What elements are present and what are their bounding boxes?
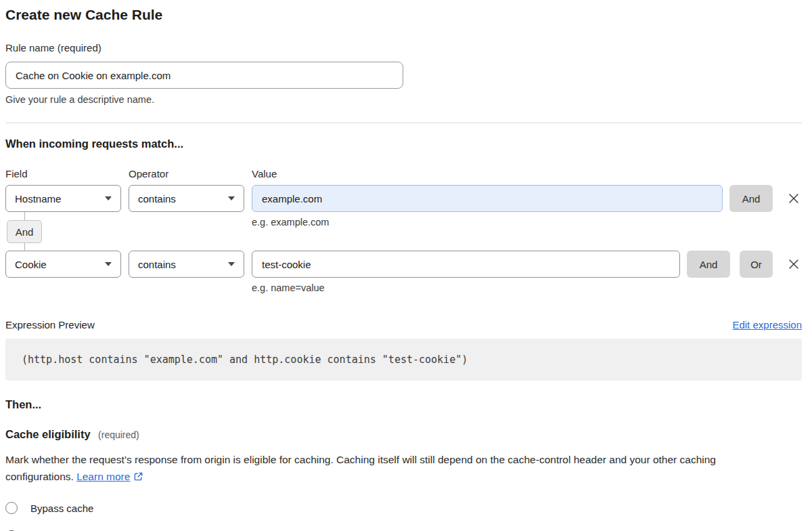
field-select[interactable]: Hostname xyxy=(5,185,121,212)
chevron-down-icon xyxy=(105,196,112,200)
learn-more-link[interactable]: Learn more xyxy=(76,471,130,482)
and-button[interactable]: And xyxy=(729,185,773,212)
field-select-value: Cookie xyxy=(15,259,47,270)
connector-line xyxy=(24,212,25,220)
page-title: Create new Cache Rule xyxy=(5,7,802,23)
field-select-value: Hostname xyxy=(15,193,61,205)
radio-label: Bypass cache xyxy=(30,503,93,514)
column-labels: Field Operator Value xyxy=(5,168,802,179)
radio-button[interactable] xyxy=(5,502,18,514)
value-input[interactable] xyxy=(252,251,680,278)
radio-option-bypass-cache[interactable]: Bypass cache xyxy=(5,502,802,514)
expression-code: (http.host contains "example.com" and ht… xyxy=(22,354,468,366)
edit-expression-link[interactable]: Edit expression xyxy=(732,319,802,331)
connector-line xyxy=(24,243,25,251)
or-button[interactable]: Or xyxy=(740,251,773,278)
cache-eligibility-description: Mark whether the request’s response from… xyxy=(5,451,777,486)
operator-select-value: contains xyxy=(138,259,176,270)
value-hint: e.g. example.com xyxy=(252,217,802,228)
rule-name-helper: Give your rule a descriptive name. xyxy=(5,94,802,105)
close-icon[interactable] xyxy=(786,256,802,272)
operator-select[interactable]: contains xyxy=(129,185,244,212)
chevron-down-icon xyxy=(105,262,112,266)
chevron-down-icon xyxy=(228,262,235,266)
close-icon[interactable] xyxy=(786,190,802,207)
expression-preview-label: Expression Preview xyxy=(5,319,95,331)
rule-name-input[interactable] xyxy=(5,62,403,89)
match-heading: When incoming requests match... xyxy=(5,137,802,150)
external-link-icon xyxy=(133,469,143,486)
condition-row-2: Cookie contains And Or xyxy=(5,251,802,278)
value-input[interactable] xyxy=(252,185,723,212)
field-select[interactable]: Cookie xyxy=(5,251,121,278)
expression-code-box: (http.host contains "example.com" and ht… xyxy=(5,339,802,381)
expression-header: Expression Preview Edit expression xyxy=(5,319,802,331)
value-column-label: Value xyxy=(252,168,277,179)
and-connector-button[interactable]: And xyxy=(7,220,42,243)
condition-row-1: Hostname contains And xyxy=(5,185,802,212)
section-divider xyxy=(5,123,802,123)
then-heading: Then... xyxy=(5,398,802,411)
and-button[interactable]: And xyxy=(687,251,730,278)
operator-select[interactable]: contains xyxy=(129,251,244,278)
condition-builder: Hostname contains And e.g. example.com C… xyxy=(5,185,802,293)
cache-eligibility-heading: Cache eligibility xyxy=(5,428,91,440)
cache-eligibility-heading-row: Cache eligibility (required) xyxy=(5,428,802,441)
chevron-down-icon xyxy=(228,196,235,200)
rule-name-label: Rule name (required) xyxy=(5,42,802,54)
value-hint: e.g. name=value xyxy=(252,282,802,293)
field-column-label: Field xyxy=(5,168,121,179)
operator-column-label: Operator xyxy=(129,168,244,179)
required-note: (required) xyxy=(98,429,139,440)
operator-select-value: contains xyxy=(138,193,176,205)
